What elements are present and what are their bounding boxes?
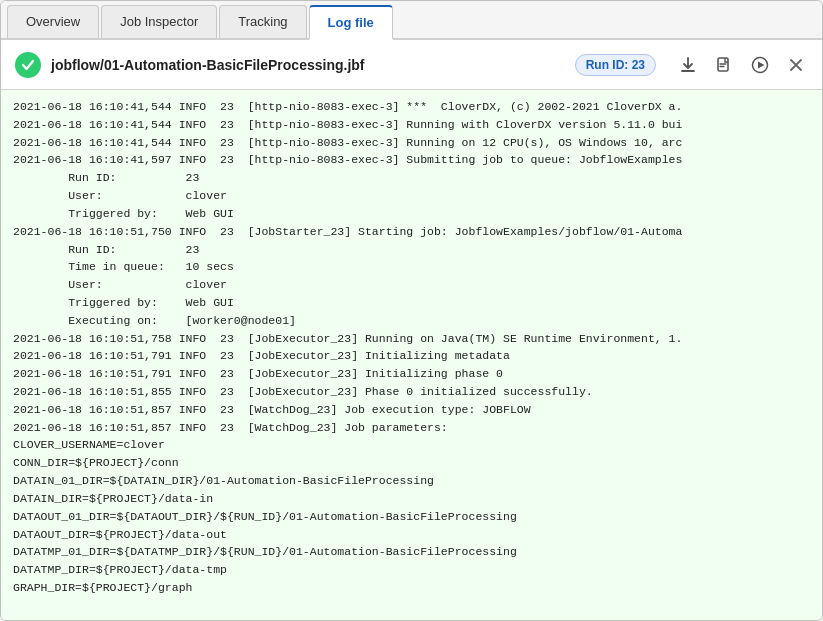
svg-marker-2 (758, 61, 765, 68)
file-icon[interactable] (712, 53, 736, 77)
log-content[interactable]: 2021-06-18 16:10:41,544 INFO 23 [http-ni… (1, 90, 822, 620)
status-icon (15, 52, 41, 78)
play-icon[interactable] (748, 53, 772, 77)
tab-tracking[interactable]: Tracking (219, 5, 306, 38)
download-icon[interactable] (676, 53, 700, 77)
header-bar: jobflow/01-Automation-BasicFileProcessin… (1, 40, 822, 90)
tab-overview[interactable]: Overview (7, 5, 99, 38)
tab-log-file[interactable]: Log file (309, 5, 393, 40)
header-actions (676, 53, 808, 77)
tab-bar: Overview Job Inspector Tracking Log file (1, 1, 822, 40)
close-icon[interactable] (784, 53, 808, 77)
main-window: Overview Job Inspector Tracking Log file… (0, 0, 823, 621)
file-title: jobflow/01-Automation-BasicFileProcessin… (51, 57, 565, 73)
run-id-badge: Run ID: 23 (575, 54, 656, 76)
tab-job-inspector[interactable]: Job Inspector (101, 5, 217, 38)
